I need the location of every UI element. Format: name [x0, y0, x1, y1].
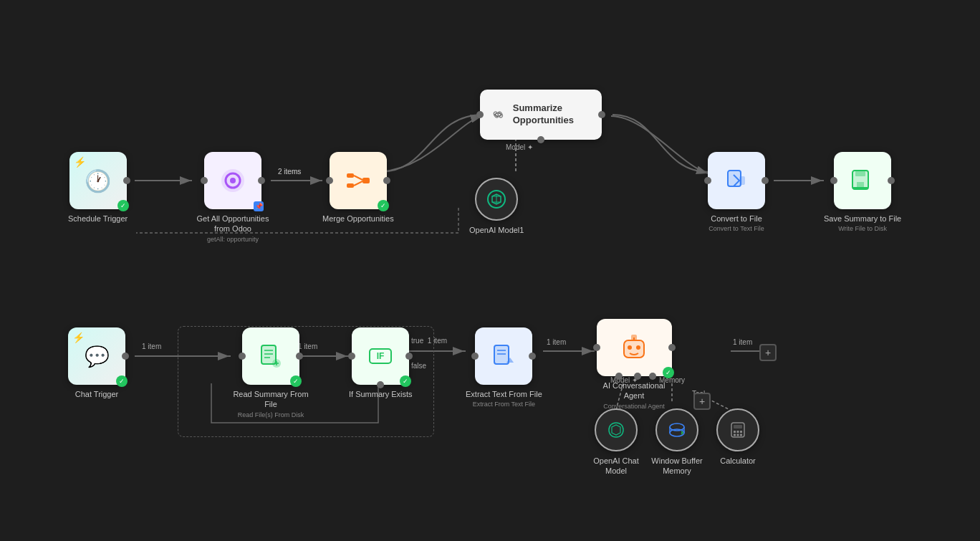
port-right [598, 111, 605, 118]
node-sublabel-read: Read File(s) From Disk [238, 411, 304, 418]
svg-rect-71 [737, 431, 739, 433]
svg-rect-25 [347, 173, 354, 178]
openai-icon [486, 188, 507, 210]
node-label-openai-chat: OpenAI Chat Model [587, 456, 645, 477]
svg-rect-74 [737, 434, 739, 436]
edge-label-1item-chat: 1 item [142, 343, 161, 350]
status-badge-if: ✓ [400, 375, 411, 387]
robot-icon [618, 332, 650, 363]
trigger-icon-chat: ⚡ [72, 332, 85, 343]
svg-point-60 [628, 345, 632, 350]
node-label-if: If Summary Exists [349, 389, 413, 399]
node-chat-trigger[interactable]: 💬 ⚡ ✓ Chat Trigger [68, 327, 125, 399]
port-right [383, 177, 390, 184]
node-if-summary-exists[interactable]: IF ✓ If Summary Exists [349, 327, 413, 399]
svg-point-24 [230, 178, 236, 183]
node-label-memory: Window Buffer Memory [648, 456, 706, 477]
svg-rect-43 [855, 171, 865, 176]
port-right [762, 177, 769, 184]
port-left [476, 111, 484, 118]
node-convert-to-file[interactable]: Convert to File Convert to Text File [708, 152, 765, 232]
port-left [348, 353, 355, 360]
svg-rect-73 [734, 434, 736, 436]
node-label-extract: Extract Text From File [466, 389, 542, 399]
node-label-getall: Get All Opportunities from Odoo [193, 214, 272, 234]
port-right [888, 177, 895, 184]
read-file-icon [258, 343, 284, 369]
connections-layer [0, 0, 980, 541]
workflow-canvas[interactable]: 2 items 1 item 1 item true 1 item false … [0, 0, 980, 541]
port-right [258, 177, 265, 184]
status-badge-agent: ✓ [663, 367, 674, 378]
node-sublabel-getall: getAll: opportunity [207, 236, 259, 243]
port-bottom-tool [649, 373, 656, 380]
openai-small-icon [606, 420, 626, 440]
node-label-read: Read Summary From File [231, 389, 310, 410]
port-left [326, 177, 333, 184]
edge-2items: 2 items [278, 168, 301, 176]
node-sublabel-save: Write File to Disk [838, 225, 887, 232]
node-ai-agent[interactable]: ✓ AI Conversational Agent Conversational… [595, 319, 673, 410]
edge-label-1item-agent: 1 item [733, 338, 752, 346]
node-label-calculator: Calculator [720, 456, 756, 466]
port-left [201, 177, 208, 184]
node-label-schedule: Schedule Trigger [68, 214, 128, 224]
node-save-summary[interactable]: Save Summary to File Write File to Disk [824, 152, 901, 232]
chain-icon [491, 104, 506, 125]
status-badge-read: ✓ [290, 375, 302, 387]
node-summarize[interactable]: Summarize Opportunities [480, 90, 602, 140]
svg-line-28 [354, 176, 362, 180]
merge-icon [345, 168, 371, 193]
node-extract-text[interactable]: Extract Text From File Extract From Text… [466, 327, 542, 408]
add-tool-button[interactable]: + [693, 393, 711, 410]
svg-text:IF: IF [377, 351, 385, 361]
node-label-openai1: OpenAI Model1 [469, 225, 524, 235]
port-left [830, 177, 837, 184]
port-right [529, 353, 536, 360]
node-calculator[interactable]: Calculator [716, 408, 759, 466]
svg-rect-27 [362, 178, 370, 183]
port-left [593, 344, 600, 351]
port-right [405, 353, 413, 360]
svg-rect-26 [347, 183, 354, 188]
status-badge: ✓ [117, 200, 129, 211]
status-badge: ✓ [378, 200, 389, 211]
port-left [704, 177, 711, 184]
svg-rect-75 [740, 434, 742, 436]
memory-icon [667, 420, 687, 440]
node-get-all-opps[interactable]: 📌 Get All Opportunities from Odoo getAll… [193, 152, 272, 243]
node-merge-opps[interactable]: ✓ Merge Opportunities [322, 152, 394, 224]
port-bottom-model [615, 373, 623, 380]
port-right [668, 344, 676, 351]
node-openai-model1[interactable]: OpenAI Model1 [469, 178, 524, 235]
svg-rect-54 [494, 345, 509, 364]
port-left [239, 353, 246, 360]
node-label-merge: Merge Opportunities [322, 214, 394, 224]
edge-label-model: Model ✦ [506, 143, 533, 151]
port-bottom [537, 136, 544, 143]
svg-rect-36 [728, 171, 741, 186]
node-label-agent: AI Conversational Agent [595, 380, 673, 401]
save-icon [850, 168, 875, 193]
node-schedule-trigger[interactable]: 🕐 ⚡ ✓ Schedule Trigger [68, 152, 128, 224]
pin-badge: 📌 [254, 201, 264, 211]
status-badge-chat: ✓ [116, 375, 128, 387]
node-read-summary[interactable]: ✓ Read Summary From File Read File(s) Fr… [231, 327, 310, 418]
svg-line-29 [354, 181, 362, 186]
summarize-text: Summarize Opportunities [513, 102, 591, 127]
node-openai-chat-model[interactable]: OpenAI Chat Model [587, 408, 645, 477]
node-sublabel-convert: Convert to Text File [708, 225, 764, 232]
add-connection-button[interactable]: + [759, 344, 777, 361]
node-window-buffer-memory[interactable]: Window Buffer Memory [648, 408, 706, 477]
port-right [296, 353, 303, 360]
if-icon: IF [368, 343, 393, 369]
svg-rect-72 [740, 431, 742, 433]
port-right [123, 177, 130, 184]
trigger-icon: ⚡ [74, 156, 86, 168]
edge-label-1item-extract: 1 item [547, 338, 566, 346]
port-right [122, 353, 129, 360]
svg-rect-38 [739, 176, 745, 185]
port-bottom-memory [634, 373, 641, 380]
odoo-icon [220, 168, 246, 193]
node-label-chat: Chat Trigger [75, 389, 119, 399]
